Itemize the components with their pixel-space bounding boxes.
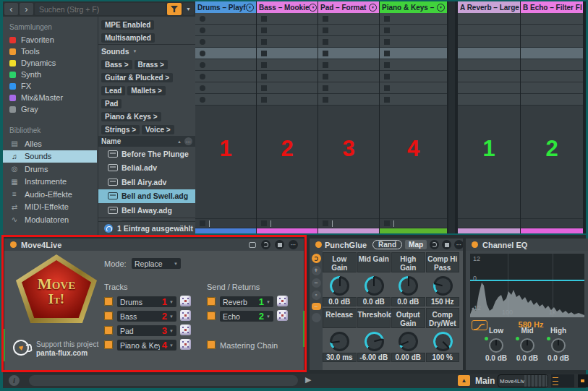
library-item-modulatoren[interactable]: ∿Modulatoren (3, 213, 97, 226)
tag-mallets[interactable]: Mallets > (127, 86, 166, 95)
show-chain-button[interactable]: ▲ (458, 375, 470, 386)
tag-guitar-plucked[interactable]: Guitar & Plucked > (101, 73, 173, 82)
clip-slot-selected-scene[interactable] (458, 48, 520, 59)
library-item-midi-effekte[interactable]: ⇄MIDI-Effekte (3, 201, 97, 214)
tag-lead[interactable]: Lead (101, 86, 125, 95)
randomize-dice-icon[interactable] (277, 310, 288, 321)
randomize-dice-icon[interactable] (180, 325, 191, 335)
punchglue-title-bar[interactable]: PunchGlue Rand Map ··· (310, 239, 463, 251)
clip-slot-selected-scene[interactable] (318, 48, 379, 59)
device-activator-icon[interactable] (315, 241, 322, 248)
filter-group-sounds[interactable]: Sounds▼ (98, 45, 195, 56)
clip-slot[interactable] (195, 36, 256, 48)
file-list-header[interactable]: Name ▲ ··· (98, 136, 195, 147)
hot-swap-icon[interactable] (430, 240, 439, 249)
clip-slot[interactable] (458, 82, 520, 94)
clip-slot[interactable] (195, 13, 256, 25)
device-chain-thumbnail[interactable] (551, 374, 574, 387)
file-row-selected[interactable]: Bell and Swell.adg (98, 189, 195, 204)
macro-knob-comp-dry-wet[interactable] (433, 332, 453, 351)
clip-stop-row[interactable] (257, 219, 318, 228)
remove-macro-icon[interactable]: − (312, 278, 321, 288)
clip-slot[interactable] (318, 82, 379, 94)
clip-slot[interactable] (257, 25, 318, 36)
macro-knob-release[interactable] (330, 332, 349, 351)
randomize-dice-icon[interactable] (277, 296, 288, 306)
clip-slot-selected-scene[interactable] (380, 48, 447, 59)
return-header-reverb[interactable]: A Reverb – Large (458, 1, 520, 13)
track-header-bass[interactable]: Bass – Mookie▼ (257, 1, 318, 13)
chevron-down-icon[interactable]: ▼ (246, 4, 254, 12)
track-header-pad[interactable]: Pad – Format▼ (318, 1, 379, 13)
track-enable-checkbox-piano[interactable] (104, 340, 113, 349)
filter-dropdown-button[interactable]: ▼ (183, 3, 194, 15)
track-dropdown-piano[interactable]: Piano & Keys4▼ (117, 340, 176, 351)
clip-stop-row[interactable] (380, 219, 447, 228)
clip-slot[interactable] (195, 94, 256, 106)
preset-window-icon[interactable] (247, 240, 257, 249)
clip-slot[interactable] (521, 82, 583, 94)
tag-brass[interactable]: Brass > (135, 60, 168, 69)
tag-multisampled[interactable]: Multisampled (101, 33, 155, 43)
channeleq-title-bar[interactable]: Channel EQ (466, 239, 588, 251)
clip-slot[interactable] (318, 36, 379, 48)
chevron-down-icon[interactable]: ▼ (437, 4, 445, 12)
chevron-down-icon[interactable]: ▼ (309, 4, 317, 12)
file-row[interactable]: Before The Plunge (98, 147, 195, 161)
track-header-drums[interactable]: Drums – Playf▼ (195, 1, 256, 13)
clip-slot[interactable] (380, 82, 447, 94)
clip-slot[interactable] (458, 36, 520, 48)
clip-slot[interactable] (257, 71, 318, 82)
tag-strings[interactable]: Strings > (101, 125, 140, 134)
rand-button[interactable]: Rand (372, 240, 402, 249)
clip-slot[interactable] (257, 13, 318, 25)
file-row[interactable]: Bell Airy.adv (98, 175, 195, 189)
device-activator-icon[interactable] (10, 241, 17, 248)
track-enable-checkbox-bass[interactable] (104, 311, 113, 320)
library-item-drums[interactable]: ◎Drums (3, 163, 97, 176)
clip-slot-selected-scene[interactable] (195, 48, 256, 59)
clip-slot[interactable] (380, 25, 447, 36)
file-row[interactable]: Belial.adv (98, 161, 195, 176)
clip-slot[interactable] (380, 94, 447, 106)
clip-slot[interactable] (195, 59, 256, 71)
eq-spectrum-display[interactable]: 12 0 -12 100 1k (470, 254, 584, 317)
map-button[interactable]: Map (405, 240, 427, 249)
macro-variations-icon[interactable] (312, 254, 321, 263)
collection-dynamics[interactable]: Dynamics (3, 57, 97, 69)
library-item-alles[interactable]: ▤Alles (3, 137, 97, 150)
track-enable-checkbox-drums[interactable] (104, 297, 113, 306)
macro-knob-high-gain[interactable] (399, 276, 418, 296)
mastering-chain-checkbox[interactable] (207, 340, 216, 349)
eq-mid-knob[interactable] (520, 338, 534, 353)
clip-slot[interactable] (195, 82, 256, 94)
search-input[interactable] (35, 3, 166, 15)
browser-back-button[interactable]: ‹ (4, 3, 18, 15)
clip-slot-selected-scene[interactable] (257, 48, 318, 59)
randomize-dice-icon[interactable] (180, 310, 191, 321)
track-dropdown-drums[interactable]: Drums1▼ (117, 296, 176, 307)
clip-slot[interactable] (458, 71, 520, 82)
device-chain-thumbnail[interactable] (576, 374, 588, 387)
send-enable-checkbox-echo[interactable] (207, 311, 216, 320)
clip-slot[interactable] (458, 59, 520, 71)
clip-stop-row[interactable] (521, 219, 583, 228)
clip-slot[interactable] (521, 13, 583, 25)
clip-slot[interactable] (318, 59, 379, 71)
clip-slot[interactable] (458, 94, 520, 106)
save-icon[interactable] (442, 240, 451, 249)
clip-slot[interactable] (380, 36, 447, 48)
clip-slot[interactable] (257, 82, 318, 94)
randomize-dice-icon[interactable] (180, 339, 191, 350)
clip-slot[interactable] (380, 71, 447, 82)
randomize-dice-icon[interactable] (180, 296, 191, 306)
eq-high-knob[interactable] (551, 338, 566, 353)
clip-slot-selected-scene[interactable] (521, 48, 583, 59)
library-item-instrumente[interactable]: ▦Instrumente (3, 176, 97, 189)
more-icon[interactable]: ··· (289, 240, 298, 249)
collection-tools[interactable]: Tools (3, 46, 97, 57)
mode-dropdown[interactable]: Replace▼ (132, 258, 181, 269)
library-item-sounds[interactable]: ♫Sounds (3, 150, 97, 163)
return-header-echo[interactable]: B Echo – Filter Fl (521, 1, 583, 13)
tag-piano-keys[interactable]: Piano & Keys > (101, 112, 161, 121)
